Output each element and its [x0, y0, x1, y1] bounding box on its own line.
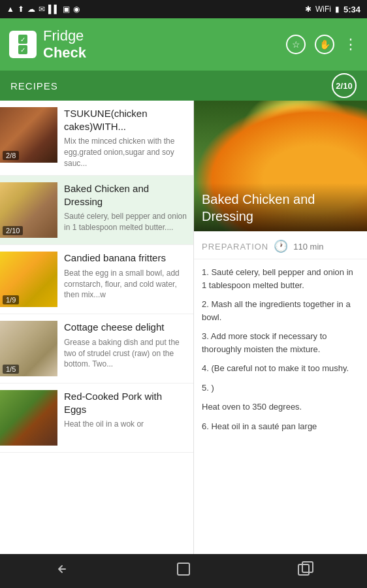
- svg-rect-2: [302, 562, 313, 572]
- step-1: 1. Sauté celery, bell pepper and onion i…: [202, 266, 359, 291]
- recipe-name-tsukune: TSUKUNE(chicken cakes)WITH...: [64, 107, 187, 133]
- recipe-info-cottage-cheese: Cottage cheese delight Grease a baking d…: [64, 321, 187, 376]
- recipe-hero-overlay: Baked Chicken and Dressing: [194, 183, 367, 231]
- main-content: 2/8 TSUKUNE(chicken cakes)WITH... Mix th…: [0, 101, 367, 554]
- recipe-detail: Baked Chicken and Dressing PREPARATION 🕐…: [194, 101, 367, 554]
- recipe-prep-section: PREPARATION 🕐 110 min: [194, 231, 367, 259]
- step-6: 6. Heat oil in a sauté pan large: [202, 420, 359, 433]
- recipe-hero-image: Baked Chicken and Dressing: [194, 101, 367, 231]
- step-3: 3. Add more stock if necessary to thorou…: [202, 330, 359, 355]
- recipe-item-banana-fritters[interactable]: 1/9 Candied banana fritters Beat the egg…: [0, 245, 193, 314]
- camera-icon: ◉: [73, 5, 80, 14]
- logo-icon: ✓ ✓: [9, 31, 37, 58]
- recipe-item-baked-chicken[interactable]: 2/10 Baked Chicken and Dressing Sauté ce…: [0, 176, 193, 245]
- step-4: 4. (Be careful not to make it too mushy.: [202, 362, 359, 375]
- step-heat: Heat oven to 350 degrees.: [202, 400, 359, 414]
- status-bar: ▲ ⬆ ☁ ✉ ▌▌ ▣ ◉ ✱ WiFi ▮ 5:34: [0, 0, 367, 18]
- favorite-button[interactable]: ☆: [286, 35, 306, 54]
- recipe-thumb-tsukune: 2/8: [0, 107, 57, 163]
- recipe-name-cottage-cheese: Cottage cheese delight: [64, 321, 187, 334]
- recipe-info-tsukune: TSUKUNE(chicken cakes)WITH... Mix the mi…: [64, 107, 187, 169]
- upload-icon: ⬆: [18, 5, 24, 14]
- header-actions: ☆ ✋ ⋮: [286, 35, 358, 54]
- recipe-info-red-cooked-pork: Red-Cooked Pork with Eggs Heat the oil i…: [64, 390, 187, 446]
- svg-rect-1: [298, 564, 309, 575]
- prep-time: 110 min: [293, 242, 323, 252]
- recipe-detail-title: Baked Chicken and Dressing: [202, 192, 315, 223]
- status-time: 5:34: [343, 5, 360, 14]
- battery-icon: ▮: [335, 5, 340, 14]
- recipe-item-red-cooked-pork[interactable]: Red-Cooked Pork with Eggs Heat the oil i…: [0, 384, 193, 453]
- more-options-button[interactable]: ⋮: [343, 36, 358, 53]
- recipe-thumb-cottage-cheese: 1/5: [0, 321, 57, 376]
- recipe-list[interactable]: 2/8 TSUKUNE(chicken cakes)WITH... Mix th…: [0, 101, 194, 554]
- subheader: RECIPES 2/10: [0, 71, 367, 101]
- recent-apps-button[interactable]: [283, 555, 328, 587]
- cloud-icon: ☁: [27, 5, 35, 14]
- logo-checkbox-2: ✓: [18, 45, 27, 54]
- recipe-desc-baked-chicken: Sauté celery, bell pepper and onion in 1…: [64, 211, 187, 233]
- recipe-thumb-banana-fritters: 1/9: [0, 252, 57, 307]
- recipe-item-cottage-cheese[interactable]: 1/5 Cottage cheese delight Grease a baki…: [0, 314, 193, 384]
- step-2: 2. Mash all the ingredients together in …: [202, 298, 359, 323]
- recipe-info-baked-chicken: Baked Chicken and Dressing Sauté celery,…: [64, 182, 187, 238]
- recipe-badge-baked-chicken: 2/10: [3, 226, 23, 235]
- svg-rect-0: [178, 563, 189, 575]
- bottom-navigation: [0, 554, 367, 588]
- recipe-thumb-red-cooked-pork: [0, 390, 57, 446]
- recipe-name-banana-fritters: Candied banana fritters: [64, 252, 187, 265]
- notification-icon: ▲: [7, 5, 14, 14]
- subheader-title: RECIPES: [10, 80, 58, 91]
- recipe-thumb-baked-chicken: 2/10: [0, 182, 57, 238]
- step-5: 5. ): [202, 382, 359, 395]
- back-button[interactable]: [39, 555, 84, 587]
- filter-button[interactable]: ✋: [315, 35, 334, 54]
- signal-icon: ▌▌: [48, 5, 59, 14]
- logo-checkbox-1: ✓: [18, 35, 27, 44]
- app-title-block: Fridge Check: [43, 27, 86, 62]
- recipe-name-red-cooked-pork: Red-Cooked Pork with Eggs: [64, 390, 187, 416]
- recipe-name-baked-chicken: Baked Chicken and Dressing: [64, 182, 187, 208]
- recipe-desc-banana-fritters: Beat the egg in a small bowl, add cornst…: [64, 268, 187, 301]
- recipe-info-banana-fritters: Candied banana fritters Beat the egg in …: [64, 252, 187, 307]
- bluetooth-icon: ✱: [305, 5, 311, 14]
- recipe-desc-tsukune: Mix the minced chicken with the egg,grat…: [64, 136, 187, 169]
- mail-icon: ✉: [39, 5, 45, 14]
- recipe-instructions: 1. Sauté celery, bell pepper and onion i…: [194, 259, 367, 446]
- recipe-badge-banana-fritters: 1/9: [3, 295, 19, 304]
- recipe-desc-cottage-cheese: Grease a baking dish and put the two of …: [64, 337, 187, 370]
- app-logo: ✓ ✓ Fridge Check: [9, 27, 86, 62]
- app-title-check: Check: [43, 44, 86, 61]
- app-title-fridge: Fridge: [43, 27, 86, 44]
- app-header: ✓ ✓ Fridge Check ☆ ✋ ⋮: [0, 18, 367, 71]
- recipe-item-tsukune[interactable]: 2/8 TSUKUNE(chicken cakes)WITH... Mix th…: [0, 101, 193, 176]
- clock-icon: 🕐: [274, 239, 288, 253]
- recipe-desc-red-cooked-pork: Heat the oil in a wok or: [64, 419, 187, 430]
- recipe-count-badge: 2/10: [332, 73, 357, 98]
- home-button[interactable]: [161, 555, 206, 587]
- recipe-badge-tsukune: 2/8: [3, 151, 19, 160]
- wifi-icon: WiFi: [315, 5, 331, 14]
- photo-icon: ▣: [63, 5, 70, 14]
- prep-label: PREPARATION: [202, 242, 268, 252]
- recipe-badge-cottage-cheese: 1/5: [3, 365, 19, 374]
